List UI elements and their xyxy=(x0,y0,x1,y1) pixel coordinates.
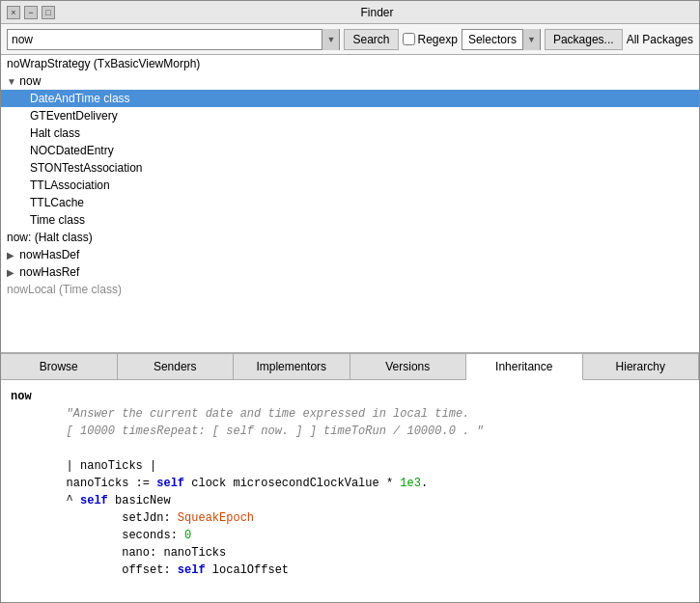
item-label: nowHasDef xyxy=(19,248,79,261)
code-comment-line-2: [ 10000 timesRepeat: [ self now. ] ] tim… xyxy=(11,423,689,440)
item-label: NOCDatedEntry xyxy=(30,144,114,157)
list-item[interactable]: noWrapStrategy (TxBasicViewMorph) xyxy=(1,55,699,72)
window-title: Finder xyxy=(61,6,693,19)
item-label: Halt class xyxy=(30,126,80,140)
tabs-bar: Browse Senders Implementors Versions Inh… xyxy=(1,353,699,380)
code-blank-1 xyxy=(11,440,689,457)
list-item[interactable]: nowLocal (Time class) xyxy=(1,281,699,298)
expand-icon: ▶ xyxy=(7,250,16,260)
tab-label: Hierarchy xyxy=(616,360,665,373)
window-controls: × − □ xyxy=(7,6,55,19)
item-label: noWrapStrategy (TxBasicViewMorph) xyxy=(7,57,200,70)
list-item[interactable]: ▼ now xyxy=(1,72,699,90)
tab-label: Senders xyxy=(154,360,197,373)
list-item[interactable]: DateAndTime class xyxy=(1,90,699,107)
list-item[interactable]: NOCDatedEntry xyxy=(1,142,699,159)
tab-senders[interactable]: Senders xyxy=(118,353,235,379)
tab-implementors[interactable]: Implementors xyxy=(234,353,350,379)
toolbar: ▼ Search Regexp Selectors ▼ Packages... … xyxy=(1,24,699,55)
item-label: TTLAssociation xyxy=(30,178,110,192)
selectors-dropdown-arrow[interactable]: ▼ xyxy=(522,29,540,50)
tab-label: Implementors xyxy=(256,360,326,373)
list-item[interactable]: ▶ nowHasDef xyxy=(1,246,699,263)
list-item[interactable]: STONTestAssociation xyxy=(1,159,699,177)
code-line-4: seconds: 0 xyxy=(11,527,689,544)
list-item[interactable]: now: (Halt class) xyxy=(1,229,699,246)
tab-inheritance[interactable]: Inheritance xyxy=(466,353,583,380)
search-field-wrapper: ▼ xyxy=(7,29,340,50)
code-line-3: setJdn: SqueakEpoch xyxy=(11,509,689,527)
code-separator: | nanoTicks | xyxy=(11,457,689,475)
item-label: now xyxy=(19,74,41,88)
item-label: Time class xyxy=(30,213,85,227)
all-packages-label: All Packages xyxy=(627,33,693,46)
main-window: × − □ Finder ▼ Search Regexp Selectors ▼… xyxy=(0,0,700,603)
tab-label: Versions xyxy=(385,360,430,373)
item-label: nowLocal (Time class) xyxy=(7,283,122,296)
close-button[interactable]: × xyxy=(7,6,20,19)
minimize-button[interactable]: − xyxy=(24,6,38,19)
item-label: nowHasRef xyxy=(19,265,79,279)
list-item[interactable]: TTLAssociation xyxy=(1,177,699,194)
code-method-name: now xyxy=(11,388,689,405)
search-dropdown-arrow[interactable]: ▼ xyxy=(322,29,339,50)
code-comment-line-1: "Answer the current date and time expres… xyxy=(11,405,689,423)
item-label: DateAndTime class xyxy=(30,92,130,105)
selectors-wrapper: Selectors ▼ xyxy=(462,29,541,50)
code-line-5: nano: nanoTicks xyxy=(11,544,689,562)
tab-versions[interactable]: Versions xyxy=(350,353,467,379)
item-label: GTEventDelivery xyxy=(30,109,118,123)
tab-browse[interactable]: Browse xyxy=(1,353,118,379)
code-line-2: ^ self basicNew xyxy=(11,492,689,509)
list-item[interactable]: GTEventDelivery xyxy=(1,107,699,124)
title-bar: × − □ Finder xyxy=(1,1,699,24)
tab-label: Inheritance xyxy=(495,360,552,373)
expand-icon: ▼ xyxy=(7,76,16,87)
code-panel[interactable]: now "Answer the current date and time ex… xyxy=(1,380,699,602)
code-line-6: offset: self localOffset xyxy=(11,562,689,579)
list-item[interactable]: TTLCache xyxy=(1,194,699,211)
selectors-text: Selectors xyxy=(462,31,522,48)
list-item[interactable]: Halt class xyxy=(1,124,699,142)
regexp-checkbox[interactable] xyxy=(403,33,415,45)
list-item[interactable]: ▶ nowHasRef xyxy=(1,263,699,281)
item-label: now: (Halt class) xyxy=(7,231,93,244)
search-button[interactable]: Search xyxy=(344,29,398,50)
item-label: STONTestAssociation xyxy=(30,161,143,175)
list-item[interactable]: Time class xyxy=(1,211,699,229)
search-input[interactable] xyxy=(8,31,322,48)
tree-panel[interactable]: noWrapStrategy (TxBasicViewMorph) ▼ now … xyxy=(1,55,699,353)
regexp-checkbox-label[interactable]: Regexp xyxy=(403,33,458,46)
tab-label: Browse xyxy=(40,360,78,373)
item-label: TTLCache xyxy=(30,196,84,209)
tab-hierarchy[interactable]: Hierarchy xyxy=(583,353,700,379)
maximize-button[interactable]: □ xyxy=(42,6,55,19)
expand-icon: ▶ xyxy=(7,267,16,278)
code-line-1: nanoTicks := self clock microsecondClock… xyxy=(11,475,689,492)
regexp-label: Regexp xyxy=(418,33,458,46)
packages-button[interactable]: Packages... xyxy=(545,29,623,50)
